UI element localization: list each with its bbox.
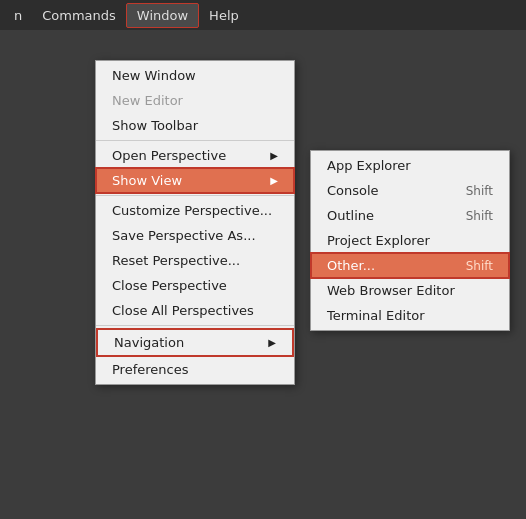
show-view-dropdown: App Explorer Console Shift Outline Shift…: [310, 150, 510, 331]
menu-bar-item-commands[interactable]: Commands: [32, 4, 126, 27]
main-content: New Window New Editor Show Toolbar Open …: [0, 30, 526, 519]
navigation-arrow: ▶: [268, 337, 276, 348]
open-perspective-item[interactable]: Open Perspective ▶: [96, 143, 294, 168]
outline-item[interactable]: Outline Shift: [311, 203, 509, 228]
other-shortcut: Shift: [466, 259, 493, 273]
new-window-item[interactable]: New Window: [96, 63, 294, 88]
preferences-item[interactable]: Preferences: [96, 357, 294, 382]
separator-2: [96, 195, 294, 196]
console-item[interactable]: Console Shift: [311, 178, 509, 203]
reset-perspective-item[interactable]: Reset Perspective...: [96, 248, 294, 273]
other-item[interactable]: Other... Shift: [311, 253, 509, 278]
menu-bar-item-window[interactable]: Window: [126, 3, 199, 28]
close-all-perspectives-item[interactable]: Close All Perspectives: [96, 298, 294, 323]
show-toolbar-item[interactable]: Show Toolbar: [96, 113, 294, 138]
open-perspective-arrow: ▶: [270, 150, 278, 161]
show-view-arrow: ▶: [270, 175, 278, 186]
menu-bar-item-help[interactable]: Help: [199, 4, 249, 27]
save-perspective-item[interactable]: Save Perspective As...: [96, 223, 294, 248]
outline-shortcut: Shift: [466, 209, 493, 223]
menu-bar: n Commands Window Help: [0, 0, 526, 30]
separator-1: [96, 140, 294, 141]
separator-3: [96, 325, 294, 326]
menu-bar-item-n[interactable]: n: [4, 4, 32, 27]
new-editor-item: New Editor: [96, 88, 294, 113]
console-shortcut: Shift: [466, 184, 493, 198]
customize-perspective-item[interactable]: Customize Perspective...: [96, 198, 294, 223]
project-explorer-item[interactable]: Project Explorer: [311, 228, 509, 253]
terminal-editor-item[interactable]: Terminal Editor: [311, 303, 509, 328]
app-explorer-item[interactable]: App Explorer: [311, 153, 509, 178]
window-dropdown: New Window New Editor Show Toolbar Open …: [95, 60, 295, 385]
close-perspective-item[interactable]: Close Perspective: [96, 273, 294, 298]
show-view-item[interactable]: Show View ▶: [96, 168, 294, 193]
web-browser-editor-item[interactable]: Web Browser Editor: [311, 278, 509, 303]
navigation-item[interactable]: Navigation ▶: [96, 328, 294, 357]
